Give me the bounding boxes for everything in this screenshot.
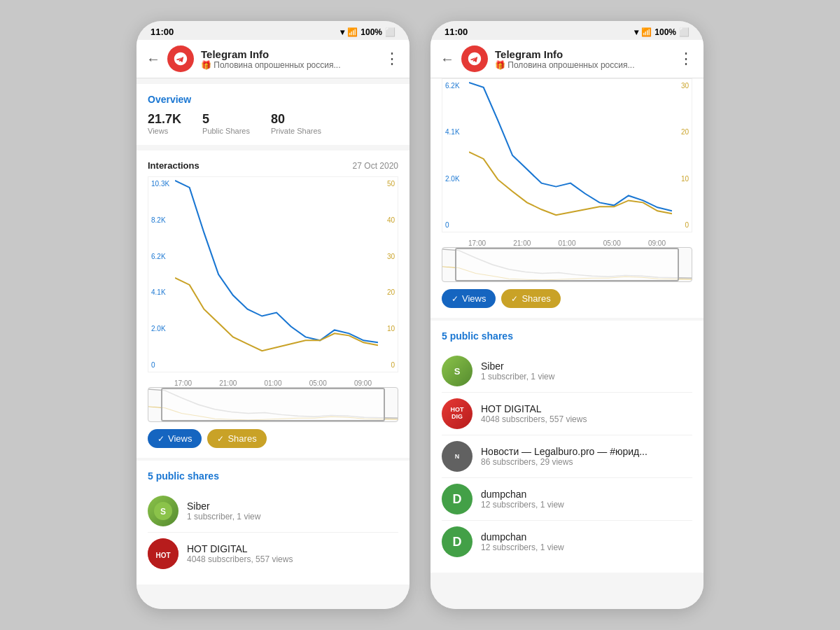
shares-toggle-right[interactable]: ✓ Shares xyxy=(501,289,560,308)
left-phone: 11:00 ▾ 📶 100% ⬜ ← Telegram Info 🎁 Полов… xyxy=(136,21,410,609)
header-text-left: Telegram Info 🎁 Половина опрошенных росс… xyxy=(201,48,377,70)
share-name-hotdigital: HOT DIGITAL xyxy=(187,543,293,554)
main-chart-right: 6.2K 4.1K 2.0K 0 30 20 10 0 xyxy=(442,78,692,232)
battery-label: 100% xyxy=(360,27,382,37)
shares-title-left: 5 public shares xyxy=(148,470,398,482)
svg-text:S: S xyxy=(160,507,166,517)
share-info-siber: Siber 1 subscriber, 1 view xyxy=(187,500,260,522)
views-toggle-label-right: Views xyxy=(462,293,486,304)
avatar-siber-right: S xyxy=(442,356,472,386)
share-item-siber-right[interactable]: S Siber 1 subscriber, 1 view xyxy=(442,350,692,393)
header-title-right: Telegram Info xyxy=(495,48,671,60)
chart-header-left: Interactions 27 Oct 2020 xyxy=(148,160,398,171)
share-item-dumpchan2-right[interactable]: D dumpchan 12 subscribers, 1 view xyxy=(442,521,692,563)
signal-icon: 📶 xyxy=(347,27,358,37)
shares-check-left: ✓ xyxy=(217,434,224,444)
views-stat: 21.7K Views xyxy=(148,112,181,135)
chart-labels-right-right: 30 20 10 0 xyxy=(672,79,692,232)
share-info-dumpchan1-right: dumpchan 12 subscribers, 1 view xyxy=(481,489,564,510)
views-toggle-label-left: Views xyxy=(168,433,192,444)
shares-toggle-left[interactable]: ✓ Shares xyxy=(207,429,266,448)
header-text-right: Telegram Info 🎁 Половина опрошенных росс… xyxy=(495,48,671,70)
header-title-left: Telegram Info xyxy=(201,48,377,60)
share-info-novosti-right: Новости — Legalburo.pro — #юрид... 86 su… xyxy=(481,446,648,467)
shares-toggle-label-left: Shares xyxy=(227,433,256,444)
avatar-dumpchan2-right: D xyxy=(442,526,472,557)
content-left: Overview 21.7K Views 5 Public Shares 80 … xyxy=(136,78,410,609)
shares-toggle-label-right: Shares xyxy=(522,293,550,304)
share-name-dumpchan1-right: dumpchan xyxy=(481,489,564,500)
toggle-buttons-left: ✓ Views ✓ Shares xyxy=(148,429,398,448)
share-meta-dumpchan2-right: 12 subscribers, 1 view xyxy=(481,542,564,552)
header-subtitle-left: 🎁 Половина опрошенных россия... xyxy=(201,60,341,70)
menu-button-left[interactable]: ⋮ xyxy=(384,50,400,68)
public-shares-label: Public Shares xyxy=(202,127,250,135)
share-meta-hotdigital-right: 4048 subscribers, 557 views xyxy=(481,414,587,424)
battery-icon-right: ⬜ xyxy=(679,27,690,37)
shares-section-right: 5 public shares S Siber 1 subscriber, 1 … xyxy=(430,321,704,573)
share-item-novosti-right[interactable]: N Новости — Legalburo.pro — #юрид... 86 … xyxy=(442,435,692,478)
back-button-right[interactable]: ← xyxy=(440,51,454,67)
overview-section: Overview 21.7K Views 5 Public Shares 80 … xyxy=(136,84,410,145)
share-item-hotdigital[interactable]: HOT HOT DIGITAL 4048 subscribers, 557 vi… xyxy=(148,533,398,575)
share-meta-hotdigital: 4048 subscribers, 557 views xyxy=(187,554,293,564)
public-shares-value: 5 xyxy=(202,112,250,127)
menu-button-right[interactable]: ⋮ xyxy=(678,50,694,68)
share-meta-dumpchan1-right: 12 subscribers, 1 view xyxy=(481,500,564,510)
chart-x-labels-left: 17:00 21:00 01:00 05:00 09:00 xyxy=(148,378,398,387)
share-name-siber-right: Siber xyxy=(481,360,554,372)
svg-text:HOT: HOT xyxy=(155,552,170,559)
battery-icon: ⬜ xyxy=(385,27,396,37)
status-icons-left: ▾ 📶 100% ⬜ xyxy=(340,27,396,37)
chart-section-left: Interactions 27 Oct 2020 10.3K 8.2K 6.2K… xyxy=(136,150,410,458)
app-header-right: ← Telegram Info 🎁 Половина опрошенных ро… xyxy=(430,40,704,78)
views-check-left: ✓ xyxy=(158,434,164,444)
mini-chart-right[interactable] xyxy=(442,247,692,282)
share-item-siber[interactable]: S Siber 1 subscriber, 1 view xyxy=(148,490,398,533)
share-name-hotdigital-right: HOT DIGITAL xyxy=(481,403,587,414)
share-meta-novosti-right: 86 subscribers, 29 views xyxy=(481,457,648,467)
share-item-hotdigital-right[interactable]: HOTDIG HOT DIGITAL 4048 subscribers, 557… xyxy=(442,393,692,435)
chart-title-left: Interactions xyxy=(148,160,200,171)
views-toggle-right[interactable]: ✓ Views xyxy=(442,289,496,308)
mini-chart-handle-left[interactable] xyxy=(161,388,385,421)
chart-labels-left-right: 6.2K 4.1K 2.0K 0 xyxy=(442,79,469,232)
overview-label: Overview xyxy=(148,94,398,105)
chart-labels-right: 50 40 30 20 10 0 xyxy=(378,177,398,372)
svg-chart-left xyxy=(175,177,378,372)
share-meta-siber: 1 subscriber, 1 view xyxy=(187,512,260,522)
content-right: 6.2K 4.1K 2.0K 0 30 20 10 0 xyxy=(430,78,704,609)
time-left: 11:00 xyxy=(150,27,174,37)
share-name-dumpchan2-right: dumpchan xyxy=(481,531,564,542)
share-info-siber-right: Siber 1 subscriber, 1 view xyxy=(481,360,554,382)
share-name-novosti-right: Новости — Legalburo.pro — #юрид... xyxy=(481,446,648,457)
wifi-icon-right: ▾ xyxy=(634,27,638,37)
private-shares-value: 80 xyxy=(271,112,321,127)
avatar-siber: S xyxy=(148,496,178,526)
shares-section-left: 5 public shares S Siber 1 subscriber, 1 … xyxy=(136,461,410,584)
battery-label-right: 100% xyxy=(654,27,676,37)
avatar-hotdigital-right: HOTDIG xyxy=(442,398,472,429)
app-header-left: ← Telegram Info 🎁 Половина опрошенных ро… xyxy=(136,40,410,78)
svg-text:S: S xyxy=(454,366,461,377)
chart-labels-left: 10.3K 8.2K 6.2K 4.1K 2.0K 0 xyxy=(148,177,175,372)
share-info-dumpchan2-right: dumpchan 12 subscribers, 1 view xyxy=(481,531,564,552)
header-subtitle-right: 🎁 Половина опрошенных россия... xyxy=(495,60,635,70)
share-info-hotdigital: HOT DIGITAL 4048 subscribers, 557 views xyxy=(187,543,293,564)
views-label: Views xyxy=(148,127,181,135)
share-item-dumpchan1-right[interactable]: D dumpchan 12 subscribers, 1 view xyxy=(442,478,692,521)
back-button-left[interactable]: ← xyxy=(146,51,160,67)
main-chart-left: 10.3K 8.2K 6.2K 4.1K 2.0K 0 50 40 30 20 … xyxy=(148,176,398,372)
mini-chart-handle-right[interactable] xyxy=(455,248,679,281)
avatar-dumpchan1-right: D xyxy=(442,484,472,514)
views-toggle-left[interactable]: ✓ Views xyxy=(148,429,202,448)
toggle-buttons-right: ✓ Views ✓ Shares xyxy=(442,289,692,308)
avatar-novosti-right: N xyxy=(442,441,472,472)
overview-stats: 21.7K Views 5 Public Shares 80 Private S… xyxy=(148,112,398,135)
chart-x-labels-right: 17:00 21:00 01:00 05:00 09:00 xyxy=(442,238,692,247)
app-logo-left xyxy=(167,46,194,72)
share-meta-siber-right: 1 subscriber, 1 view xyxy=(481,372,554,382)
mini-chart-left[interactable] xyxy=(148,387,398,422)
share-info-hotdigital-right: HOT DIGITAL 4048 subscribers, 557 views xyxy=(481,403,587,424)
svg-chart-right xyxy=(469,79,672,232)
